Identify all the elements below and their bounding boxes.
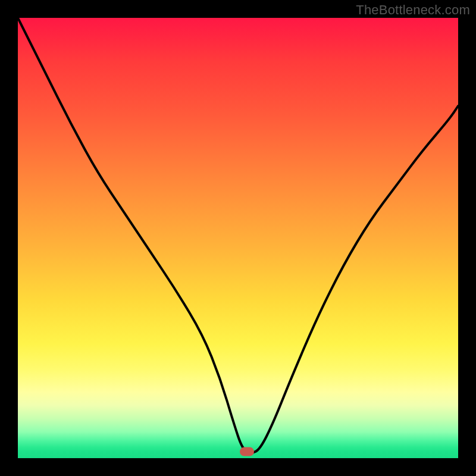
optimum-marker xyxy=(240,447,254,456)
chart-frame: TheBottleneck.com xyxy=(0,0,476,476)
bottleneck-curve xyxy=(18,18,458,458)
curve-path xyxy=(18,18,458,453)
watermark-text: TheBottleneck.com xyxy=(356,2,470,18)
plot-area xyxy=(18,18,458,458)
